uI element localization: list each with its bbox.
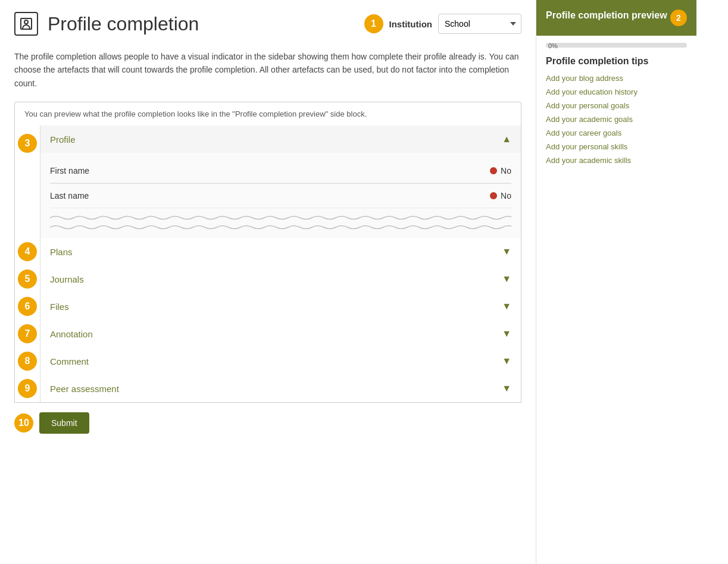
files-section-label: Files [50, 302, 69, 312]
sidebar: Profile completion preview 2 0% Profile … [536, 0, 696, 564]
step-7-badge: 7 [18, 324, 37, 343]
profile-accordion-header[interactable]: Profile ▲ [40, 126, 521, 153]
annotation-section-label: Annotation [50, 329, 93, 339]
last-name-row: Last name No [50, 184, 511, 208]
step-5-badge: 5 [18, 270, 37, 289]
files-accordion-header[interactable]: Files ▼ [40, 293, 521, 320]
institution-select[interactable]: School Other Institution [438, 14, 521, 34]
sidebar-header: Profile completion preview 2 [536, 0, 696, 36]
profile-chevron-up-icon: ▲ [502, 134, 511, 145]
peer-assessment-chevron-down-icon: ▼ [502, 383, 511, 394]
step-8-badge: 8 [18, 352, 37, 371]
last-name-control[interactable]: No [490, 191, 511, 200]
wave-decoration-1 [50, 215, 511, 221]
step-3-badge: 3 [18, 134, 37, 153]
first-name-row: First name No [50, 159, 511, 183]
page-description: The profile completion allows people to … [14, 50, 521, 90]
institution-label: Institution [389, 19, 432, 29]
completion-title: Profile completion tips [546, 56, 687, 67]
last-name-value: No [501, 191, 511, 200]
tip-personal-skills[interactable]: Add your personal skills [546, 142, 687, 151]
first-name-radio-dot [490, 167, 497, 174]
sidebar-title: Profile completion preview [546, 10, 667, 22]
peer-assessment-section-label: Peer assessment [50, 384, 119, 394]
page-title: Profile completion [48, 13, 199, 35]
plans-chevron-down-icon: ▼ [502, 246, 511, 257]
peer-assessment-accordion-header[interactable]: Peer assessment ▼ [40, 375, 521, 402]
profile-content: First name No Last name No [40, 153, 521, 238]
first-name-value: No [501, 166, 511, 176]
journals-section-label: Journals [50, 274, 84, 284]
comment-chevron-down-icon: ▼ [502, 356, 511, 366]
plans-accordion-header[interactable]: Plans ▼ [40, 238, 521, 265]
preview-note: You can preview what the profile complet… [14, 102, 521, 126]
step-4-badge: 4 [18, 242, 37, 261]
progress-bar-container [546, 43, 687, 48]
tip-blog-address[interactable]: Add your blog address [546, 74, 687, 83]
step-6-badge: 6 [18, 297, 37, 316]
tip-academic-skills[interactable]: Add your academic skills [546, 156, 687, 165]
first-name-label: First name [50, 166, 490, 176]
first-name-control[interactable]: No [490, 166, 511, 176]
tip-career-goals[interactable]: Add your career goals [546, 129, 687, 137]
tip-personal-goals[interactable]: Add your personal goals [546, 101, 687, 110]
progress-label: 0% [548, 42, 558, 49]
files-chevron-down-icon: ▼ [502, 301, 511, 312]
svg-point-1 [24, 20, 28, 24]
tip-academic-goals[interactable]: Add your academic goals [546, 115, 687, 124]
step-10-badge: 10 [14, 413, 33, 433]
sidebar-step-badge: 2 [670, 10, 687, 26]
annotation-chevron-down-icon: ▼ [502, 328, 511, 339]
journals-chevron-down-icon: ▼ [502, 274, 511, 284]
submit-button[interactable]: Submit [39, 412, 89, 434]
annotation-accordion-header[interactable]: Annotation ▼ [40, 320, 521, 347]
profile-section-label: Profile [50, 134, 76, 145]
last-name-radio-dot [490, 192, 497, 199]
tip-education-history[interactable]: Add your education history [546, 87, 687, 96]
step-1-badge: 1 [364, 14, 383, 33]
page-icon [14, 12, 38, 36]
plans-section-label: Plans [50, 247, 73, 257]
wave-decoration-2 [50, 224, 511, 230]
sidebar-body: 0% Profile completion tips Add your blog… [536, 36, 696, 177]
comment-accordion-header[interactable]: Comment ▼ [40, 347, 521, 375]
step-9-badge: 9 [18, 379, 37, 398]
journals-accordion-header[interactable]: Journals ▼ [40, 265, 521, 293]
last-name-label: Last name [50, 191, 490, 200]
comment-section-label: Comment [50, 356, 89, 366]
